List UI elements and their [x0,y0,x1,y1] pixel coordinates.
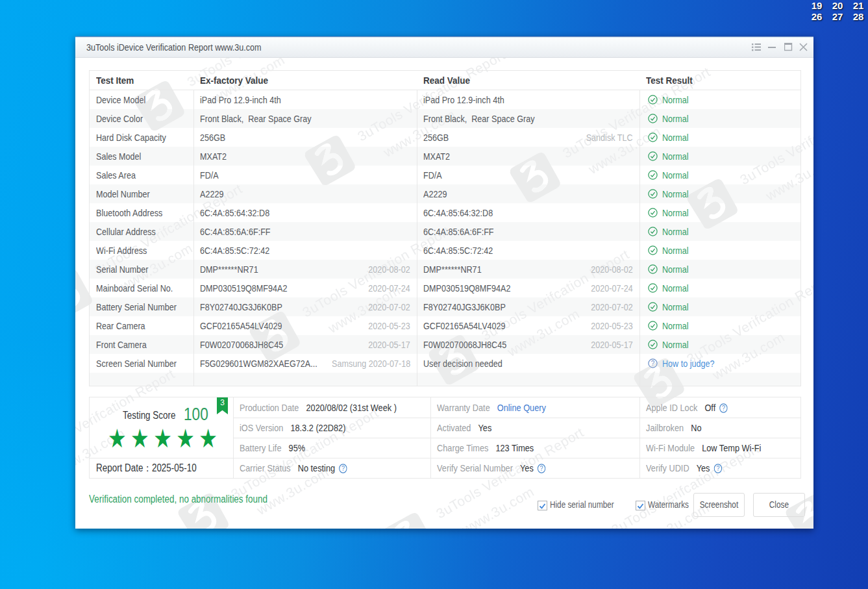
svg-text:?: ? [722,405,725,412]
svg-text:?: ? [651,360,655,367]
svg-text:?: ? [540,465,543,473]
svg-text:?: ? [716,465,719,473]
svg-text:?: ? [341,465,345,473]
